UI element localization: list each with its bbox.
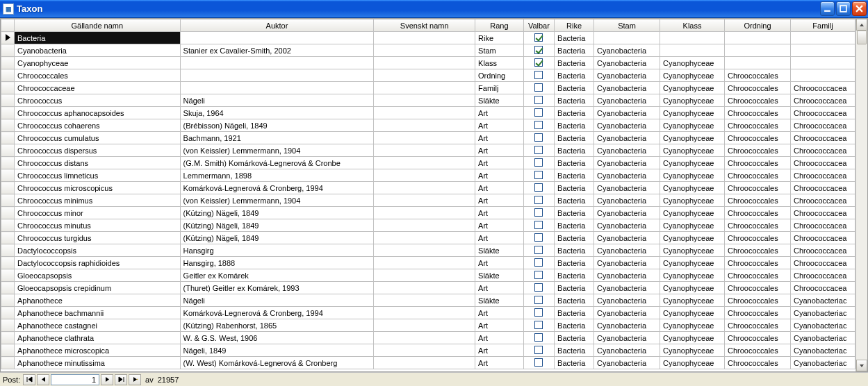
cell-rike[interactable]: Bacteria: [555, 119, 594, 132]
col-header-rang[interactable]: Rang: [475, 19, 524, 32]
checkbox-icon[interactable]: [534, 133, 543, 142]
cell-name[interactable]: Chroococcaceae: [15, 82, 181, 94]
table-row[interactable]: Aphanothece castagnei(Kützing) Rabenhors…: [1, 319, 855, 332]
cell-auktor[interactable]: (Kützing) Nägeli, 1849: [180, 219, 374, 232]
cell-name[interactable]: Chroococcus turgidus: [15, 232, 181, 244]
cell-svenskt[interactable]: [374, 307, 475, 319]
cell-familj[interactable]: Chroococcacea: [791, 257, 855, 269]
checkbox-icon[interactable]: [534, 108, 543, 117]
cell-ordning[interactable]: Chroococcales: [724, 194, 790, 207]
cell-rang[interactable]: Art: [475, 219, 524, 232]
cell-klass[interactable]: Cyanophyceae: [660, 157, 725, 169]
checkbox-icon[interactable]: [534, 83, 543, 92]
cell-svenskt[interactable]: [374, 357, 475, 369]
cell-rike[interactable]: Bacteria: [555, 44, 594, 57]
cell-familj[interactable]: Chroococcacea: [791, 182, 855, 194]
table-row[interactable]: Gloeocapsopsis crepidinum(Thuret) Geitle…: [1, 282, 855, 294]
checkbox-icon[interactable]: [534, 58, 543, 67]
cell-auktor[interactable]: (G.M. Smith) Komárková-Legnerová & Cronb…: [180, 157, 374, 169]
cell-stam[interactable]: Cyanobacteria: [594, 282, 660, 294]
cell-auktor[interactable]: (Kützing) Rabenhorst, 1865: [180, 319, 374, 332]
cell-ordning[interactable]: Chroococcales: [724, 144, 790, 157]
cell-rike[interactable]: Bacteria: [555, 107, 594, 119]
scroll-thumb[interactable]: [857, 31, 867, 44]
cell-rang[interactable]: Rike: [475, 32, 524, 44]
cell-svenskt[interactable]: [374, 107, 475, 119]
table-row[interactable]: GloeocapsopsisGeitler ex KomárekSläkteBa…: [1, 269, 855, 282]
cell-familj[interactable]: [791, 44, 855, 57]
cell-name[interactable]: Chroococcus cumulatus: [15, 132, 181, 144]
cell-stam[interactable]: Cyanobacteria: [594, 294, 660, 307]
scroll-track[interactable]: [856, 31, 867, 360]
cell-valbar[interactable]: [523, 57, 554, 69]
cell-rang[interactable]: Art: [475, 257, 524, 269]
cell-name[interactable]: Aphanothece: [15, 294, 181, 307]
table-row[interactable]: ChroococcalesOrdningBacteriaCyanobacteri…: [1, 69, 855, 82]
cell-rike[interactable]: Bacteria: [555, 32, 594, 44]
cell-klass[interactable]: Cyanophyceae: [660, 269, 725, 282]
checkbox-icon[interactable]: [534, 346, 543, 354]
cell-stam[interactable]: Cyanobacteria: [594, 69, 660, 82]
cell-valbar[interactable]: [523, 82, 554, 94]
cell-auktor[interactable]: Komárková-Legnerová & Cronberg, 1994: [180, 307, 374, 319]
cell-klass[interactable]: [660, 44, 725, 57]
cell-auktor[interactable]: [180, 69, 374, 82]
cell-stam[interactable]: Cyanobacteria: [594, 232, 660, 244]
cell-name[interactable]: Cyanobacteria: [15, 44, 181, 57]
row-selector[interactable]: [1, 232, 15, 244]
nav-new-button[interactable]: [129, 374, 141, 385]
cell-valbar[interactable]: [523, 44, 554, 57]
cell-svenskt[interactable]: [374, 194, 475, 207]
checkbox-icon[interactable]: [534, 33, 543, 42]
cell-stam[interactable]: [594, 32, 660, 44]
cell-stam[interactable]: Cyanobacteria: [594, 319, 660, 332]
cell-rang[interactable]: Art: [475, 332, 524, 344]
cell-klass[interactable]: Cyanophyceae: [660, 319, 725, 332]
cell-ordning[interactable]: Chroococcales: [724, 232, 790, 244]
cell-svenskt[interactable]: [374, 94, 475, 107]
checkbox-icon[interactable]: [534, 321, 543, 329]
cell-name[interactable]: Dactylococcopsis raphidioides: [15, 257, 181, 269]
cell-rang[interactable]: Stam: [475, 44, 524, 57]
cell-auktor[interactable]: Geitler ex Komárek: [180, 269, 374, 282]
cell-valbar[interactable]: [523, 207, 554, 219]
cell-rike[interactable]: Bacteria: [555, 144, 594, 157]
checkbox-icon[interactable]: [534, 358, 543, 367]
cell-familj[interactable]: Chroococcacea: [791, 269, 855, 282]
cell-svenskt[interactable]: [374, 269, 475, 282]
row-selector[interactable]: [1, 344, 15, 357]
cell-rang[interactable]: Släkte: [475, 94, 524, 107]
cell-svenskt[interactable]: [374, 157, 475, 169]
cell-familj[interactable]: Cyanobacteriac: [791, 307, 855, 319]
cell-familj[interactable]: Chroococcacea: [791, 232, 855, 244]
cell-name[interactable]: Chroococcus minutus: [15, 219, 181, 232]
table-row[interactable]: Aphanothece bachmanniiKomárková-Legnerov…: [1, 307, 855, 319]
cell-name[interactable]: Chroococcus distans: [15, 157, 181, 169]
table-row[interactable]: Chroococcus minutus(Kützing) Nägeli, 184…: [1, 219, 855, 232]
cell-familj[interactable]: Chroococcacea: [791, 169, 855, 182]
col-header-familj[interactable]: Familj: [791, 19, 855, 32]
cell-auktor[interactable]: (von Keissler) Lemmermann, 1904: [180, 194, 374, 207]
cell-stam[interactable]: Cyanobacteria: [594, 244, 660, 257]
scroll-up-button[interactable]: [856, 19, 867, 31]
cell-ordning[interactable]: Chroococcales: [724, 269, 790, 282]
checkbox-icon[interactable]: [534, 96, 543, 104]
cell-klass[interactable]: [660, 32, 725, 44]
cell-valbar[interactable]: [523, 219, 554, 232]
cell-ordning[interactable]: Chroococcales: [724, 182, 790, 194]
cell-ordning[interactable]: Chroococcales: [724, 307, 790, 319]
cell-familj[interactable]: Chroococcacea: [791, 132, 855, 144]
cell-rike[interactable]: Bacteria: [555, 157, 594, 169]
cell-klass[interactable]: Cyanophyceae: [660, 219, 725, 232]
cell-rang[interactable]: Släkte: [475, 294, 524, 307]
cell-familj[interactable]: Chroococcacea: [791, 244, 855, 257]
row-selector[interactable]: [1, 307, 15, 319]
cell-valbar[interactable]: [523, 144, 554, 157]
row-selector-header[interactable]: [1, 19, 15, 32]
maximize-button[interactable]: [836, 1, 851, 16]
cell-name[interactable]: Bacteria: [15, 32, 181, 44]
cell-svenskt[interactable]: [374, 169, 475, 182]
cell-ordning[interactable]: Chroococcales: [724, 219, 790, 232]
cell-auktor[interactable]: Stanier ex Cavalier-Smith, 2002: [180, 44, 374, 57]
cell-auktor[interactable]: (Brébisson) Nägeli, 1849: [180, 119, 374, 132]
